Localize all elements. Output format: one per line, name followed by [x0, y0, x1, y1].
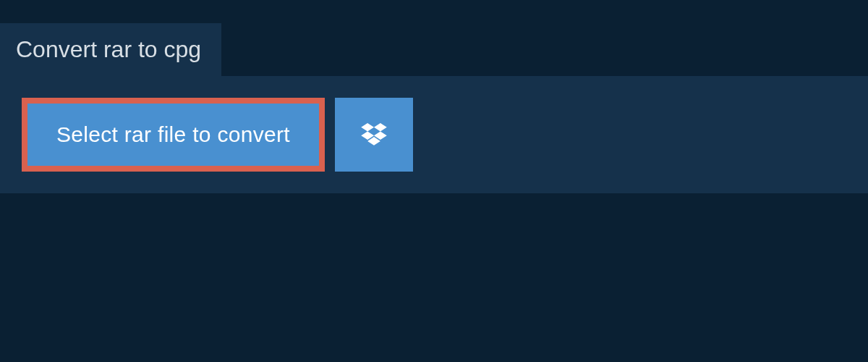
select-file-label: Select rar file to convert	[56, 122, 290, 147]
tab-convert-rar-to-cpg[interactable]: Convert rar to cpg	[0, 23, 221, 76]
select-file-button[interactable]: Select rar file to convert	[22, 98, 325, 172]
button-row: Select rar file to convert	[22, 98, 846, 172]
tab-title: Convert rar to cpg	[16, 36, 201, 62]
dropbox-button[interactable]	[335, 98, 413, 172]
tab-bar: Convert rar to cpg	[0, 0, 868, 76]
converter-panel: Select rar file to convert	[0, 76, 868, 193]
